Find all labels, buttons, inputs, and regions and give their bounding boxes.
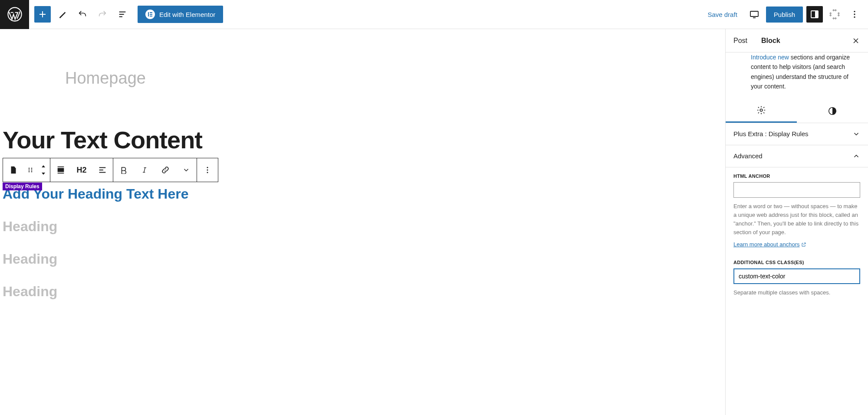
undo-button[interactable] xyxy=(74,6,91,23)
add-block-button[interactable] xyxy=(34,6,51,23)
text-align-button[interactable] xyxy=(92,158,113,182)
svg-point-15 xyxy=(29,171,30,173)
block-type-icon[interactable] xyxy=(3,158,24,182)
heading-block[interactable]: Heading xyxy=(0,202,725,235)
chevron-up-icon xyxy=(852,152,860,160)
chevron-down-icon xyxy=(852,130,860,138)
panel-advanced[interactable]: Advanced xyxy=(726,145,868,167)
anchor-help: Enter a word or two — without spaces — t… xyxy=(733,202,860,237)
tools-button[interactable] xyxy=(54,6,71,23)
css-classes-section: ADDITIONAL CSS CLASS(ES) Separate multip… xyxy=(726,254,868,303)
svg-point-11 xyxy=(29,168,30,169)
edit-with-elementor-button[interactable]: Edit with Elementor xyxy=(138,6,223,23)
svg-point-20 xyxy=(207,172,208,173)
options-button[interactable] xyxy=(846,6,863,23)
sidebar-body: Introduce new sections and organize cont… xyxy=(726,52,868,415)
topbar-right: Save draft Publish xyxy=(702,6,868,23)
italic-button[interactable] xyxy=(134,158,155,182)
svg-point-10 xyxy=(854,16,855,18)
sub-tab-settings[interactable] xyxy=(726,99,797,123)
svg-point-21 xyxy=(760,109,763,111)
svg-point-18 xyxy=(207,167,208,168)
css-help: Separate multiple classes with spaces. xyxy=(733,288,860,297)
svg-rect-1 xyxy=(148,12,149,16)
anchor-section: HTML ANCHOR Enter a word or two — withou… xyxy=(726,167,868,254)
settings-sidebar: Post Block Introduce new sections and or… xyxy=(726,29,868,415)
sidebar-tabs: Post Block xyxy=(726,29,868,52)
drag-handle[interactable] xyxy=(24,158,37,182)
svg-rect-5 xyxy=(750,11,758,16)
css-classes-input[interactable] xyxy=(733,268,860,284)
anchor-learn-more-link[interactable]: Learn more about anchors xyxy=(733,241,806,248)
plugin-button[interactable] xyxy=(826,6,843,23)
elementor-icon xyxy=(145,10,155,19)
heading-block[interactable]: Heading xyxy=(0,267,725,300)
svg-point-8 xyxy=(854,11,855,12)
tab-post[interactable]: Post xyxy=(733,37,747,45)
more-rich-text-button[interactable] xyxy=(176,158,197,182)
svg-point-19 xyxy=(207,170,208,171)
link-button[interactable] xyxy=(155,158,176,182)
settings-toggle-button[interactable] xyxy=(806,6,823,23)
svg-point-16 xyxy=(31,171,33,173)
block-description: Introduce new sections and organize cont… xyxy=(726,52,868,99)
anchor-label: HTML ANCHOR xyxy=(733,173,860,179)
block-options-button[interactable] xyxy=(197,158,218,182)
topbar-left: Edit with Elementor xyxy=(29,6,228,23)
svg-point-12 xyxy=(31,168,33,169)
topbar: Edit with Elementor Save draft Publish xyxy=(0,0,868,29)
close-sidebar-button[interactable] xyxy=(852,36,860,45)
html-anchor-input[interactable] xyxy=(733,182,860,198)
content-heading: Your Text Content xyxy=(0,88,725,154)
svg-rect-7 xyxy=(815,11,818,18)
panel-display-rules[interactable]: Plus Extra : Display Rules xyxy=(726,123,868,145)
page-title[interactable]: Homepage xyxy=(0,29,725,88)
tab-block[interactable]: Block xyxy=(761,37,780,45)
move-up-down[interactable] xyxy=(37,158,50,182)
block-sub-tabs xyxy=(726,99,868,123)
svg-point-13 xyxy=(29,170,30,171)
editor-canvas[interactable]: Homepage Your Text Content H2 xyxy=(0,29,726,415)
display-rules-tag: Display Rules xyxy=(3,183,42,190)
save-draft-button[interactable]: Save draft xyxy=(702,7,742,22)
css-label: ADDITIONAL CSS CLASS(ES) xyxy=(733,260,860,265)
external-link-icon xyxy=(801,242,806,247)
sub-tab-styles[interactable] xyxy=(797,99,868,123)
document-overview-button[interactable] xyxy=(114,6,131,23)
heading-level-button[interactable]: H2 xyxy=(71,158,92,182)
block-toolbar: H2 xyxy=(3,158,218,182)
heading-block[interactable]: Heading xyxy=(0,235,725,267)
publish-button[interactable]: Publish xyxy=(766,7,803,23)
align-button[interactable] xyxy=(50,158,71,182)
bold-button[interactable] xyxy=(113,158,134,182)
svg-point-9 xyxy=(854,13,855,15)
wordpress-logo[interactable] xyxy=(0,0,29,29)
svg-rect-3 xyxy=(150,14,152,15)
svg-rect-4 xyxy=(150,16,152,16)
svg-point-14 xyxy=(31,170,33,171)
svg-rect-17 xyxy=(58,168,64,172)
view-button[interactable] xyxy=(746,6,763,23)
edit-elementor-label: Edit with Elementor xyxy=(159,11,215,18)
svg-rect-2 xyxy=(150,12,152,13)
redo-button[interactable] xyxy=(94,6,111,23)
